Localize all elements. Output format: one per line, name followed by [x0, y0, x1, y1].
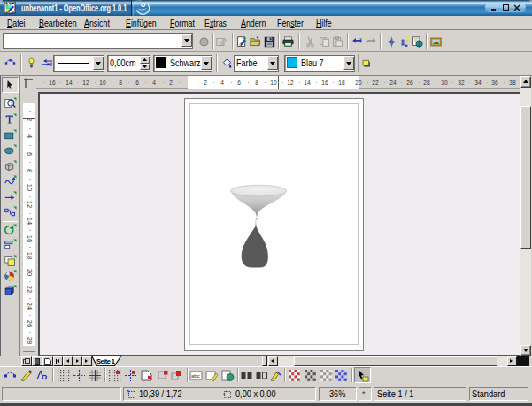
svg-text:Seite 1: Seite 1 [96, 357, 115, 365]
svg-text:abc: abc [191, 373, 200, 379]
